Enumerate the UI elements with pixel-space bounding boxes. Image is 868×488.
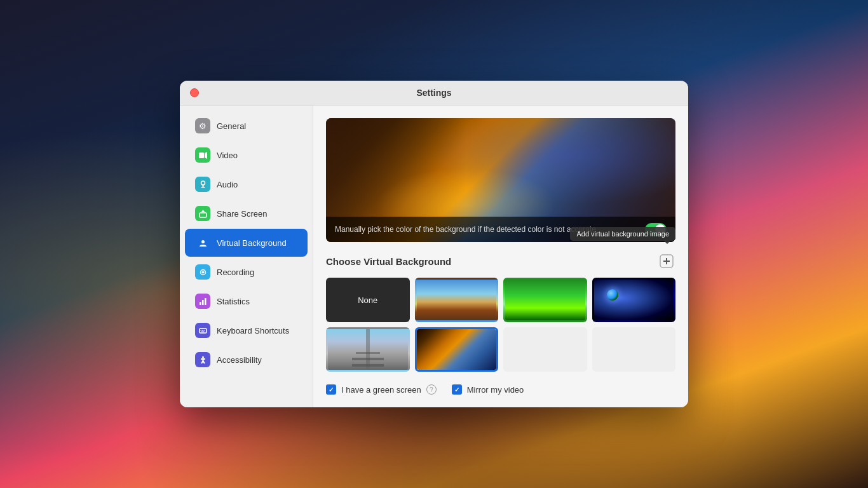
svg-rect-17 xyxy=(201,331,204,332)
modal-overlay: Settings ⚙ General xyxy=(0,0,868,488)
preview-overlay-text: Manually pick the color of the backgroun… xyxy=(335,225,639,234)
checkboxes-row: I have a green screen ? Mirror my video xyxy=(326,384,675,395)
background-grid-row2 xyxy=(326,327,675,372)
green-screen-help-icon[interactable]: ? xyxy=(426,384,437,395)
sidebar-item-video[interactable]: Video xyxy=(185,141,308,169)
main-content: Manually pick the color of the backgroun… xyxy=(313,105,688,407)
sidebar-label-share-screen: Share Screen xyxy=(217,209,268,219)
sidebar-item-general[interactable]: ⚙ General xyxy=(185,112,308,140)
sidebar-label-accessibility: Accessibility xyxy=(217,355,262,365)
svg-point-2 xyxy=(201,181,205,185)
svg-rect-15 xyxy=(202,330,203,331)
video-icon xyxy=(195,147,210,163)
svg-marker-1 xyxy=(205,152,207,159)
color-pick-toggle[interactable] xyxy=(645,223,667,236)
background-option-green-grass[interactable] xyxy=(503,278,587,322)
add-button-container: Add virtual background image xyxy=(658,252,675,270)
sidebar-item-share-screen[interactable]: Share Screen xyxy=(185,200,308,227)
green-screen-label: I have a green screen xyxy=(341,385,421,395)
sidebar-label-recording: Recording xyxy=(217,268,254,277)
close-button[interactable] xyxy=(190,88,199,97)
modal-titlebar: Settings xyxy=(180,81,688,105)
svg-rect-0 xyxy=(199,152,204,158)
svg-line-22 xyxy=(203,361,205,363)
choose-section-title: Choose Virtual Background xyxy=(326,256,451,267)
sidebar-item-statistics[interactable]: Statistics xyxy=(185,287,308,315)
choose-section-header: Choose Virtual Background Add virtual ba… xyxy=(326,252,675,270)
modal-body: ⚙ General Video xyxy=(180,105,688,407)
background-grid-row1: None xyxy=(326,278,675,322)
green-screen-checkbox[interactable] xyxy=(326,384,336,395)
sidebar-label-virtual-background: Virtual Background xyxy=(217,238,287,248)
sidebar-label-keyboard-shortcuts: Keyboard Shortcuts xyxy=(217,326,289,336)
svg-point-7 xyxy=(201,240,205,243)
sidebar-item-keyboard-shortcuts[interactable]: Keyboard Shortcuts xyxy=(185,316,308,344)
background-option-railway[interactable] xyxy=(326,327,410,372)
background-option-none[interactable]: None xyxy=(326,278,410,322)
audio-icon xyxy=(195,177,210,192)
background-option-earth[interactable] xyxy=(592,278,676,322)
preview-container: Manually pick the color of the backgroun… xyxy=(326,118,675,242)
svg-rect-14 xyxy=(200,330,201,331)
svg-marker-6 xyxy=(201,210,205,212)
mirror-video-checkbox[interactable] xyxy=(452,384,462,395)
settings-modal: Settings ⚙ General xyxy=(180,81,688,407)
virtual-background-icon xyxy=(195,235,210,250)
sidebar-item-virtual-background[interactable]: Virtual Background xyxy=(185,229,308,257)
sidebar-item-accessibility[interactable]: Accessibility xyxy=(185,346,308,374)
mirror-video-label: Mirror my video xyxy=(467,385,524,395)
background-option-golden-gate[interactable] xyxy=(415,278,499,322)
svg-rect-12 xyxy=(205,298,207,305)
background-slot-empty-1 xyxy=(503,327,587,372)
gear-icon: ⚙ xyxy=(195,118,210,133)
accessibility-icon xyxy=(195,352,210,367)
sidebar: ⚙ General Video xyxy=(180,105,313,407)
svg-rect-16 xyxy=(203,330,205,331)
svg-point-18 xyxy=(202,356,204,358)
background-slot-empty-2 xyxy=(592,327,676,372)
svg-rect-10 xyxy=(200,302,201,305)
sidebar-item-audio[interactable]: Audio xyxy=(185,170,308,198)
recording-icon xyxy=(195,264,210,280)
none-label: None xyxy=(358,295,377,305)
sidebar-label-statistics: Statistics xyxy=(217,297,250,306)
statistics-icon xyxy=(195,294,210,309)
modal-title: Settings xyxy=(416,88,451,98)
svg-rect-13 xyxy=(200,329,207,333)
sidebar-label-audio: Audio xyxy=(217,180,238,189)
svg-rect-3 xyxy=(202,185,203,187)
svg-rect-11 xyxy=(202,300,204,305)
svg-rect-4 xyxy=(201,187,205,188)
green-screen-checkbox-item[interactable]: I have a green screen ? xyxy=(326,384,437,395)
svg-point-9 xyxy=(201,271,204,273)
svg-rect-5 xyxy=(200,213,207,217)
mirror-video-checkbox-item[interactable]: Mirror my video xyxy=(452,384,524,395)
share-screen-icon xyxy=(195,206,210,221)
sidebar-label-video: Video xyxy=(217,151,238,160)
preview-overlay: Manually pick the color of the backgroun… xyxy=(326,217,675,242)
background-option-city-street[interactable] xyxy=(415,327,499,372)
add-background-button[interactable] xyxy=(658,252,675,270)
sidebar-item-recording[interactable]: Recording xyxy=(185,258,308,286)
sidebar-label-general: General xyxy=(217,121,246,131)
keyboard-icon xyxy=(195,323,210,338)
